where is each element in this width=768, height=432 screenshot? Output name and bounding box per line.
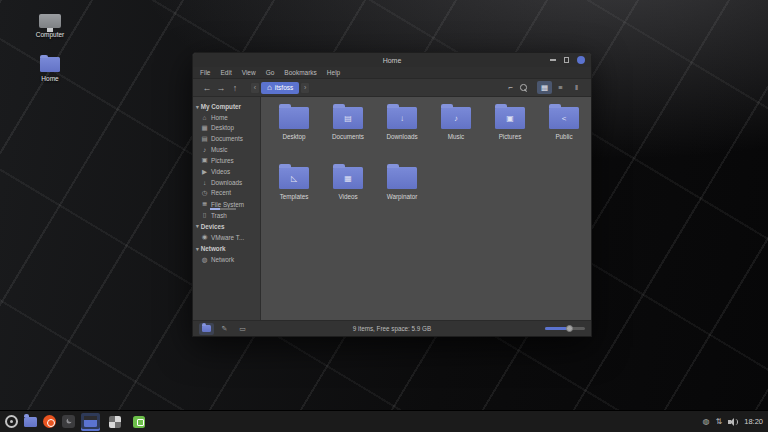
search-icon[interactable]: [520, 84, 527, 91]
sidebar-item-videos[interactable]: ▶ Videos: [193, 166, 260, 177]
file-list: Desktop ▤ Documents ↓ Downloads ♪ Music …: [261, 97, 591, 320]
folder-videos[interactable]: ▦ Videos: [321, 163, 375, 223]
open-terminal-icon[interactable]: ⌐: [508, 83, 513, 92]
grid-view-button[interactable]: ▦: [537, 81, 552, 94]
update-manager-icon[interactable]: ◍: [703, 418, 710, 426]
menu-help[interactable]: Help: [327, 69, 340, 76]
folder-icon: [279, 107, 309, 129]
folder-warpinator[interactable]: Warpinator: [375, 163, 429, 223]
desktop-icon-computer[interactable]: Computer: [24, 8, 76, 38]
folder-pictures[interactable]: ▣ Pictures: [483, 103, 537, 163]
folder-music[interactable]: ♪ Music: [429, 103, 483, 163]
sidebar-section-label: Devices: [201, 223, 225, 230]
sidebar-item-label: Desktop: [211, 124, 234, 131]
zoom-slider-fill: [545, 327, 567, 330]
folder-desktop[interactable]: Desktop: [267, 103, 321, 163]
window-button-file-manager[interactable]: [81, 413, 100, 431]
sidebar: ▾ My Computer ⌂ Home ▦ Desktop ▤ Documen…: [193, 97, 261, 320]
sidebar-item-home[interactable]: ⌂ Home: [193, 112, 260, 122]
folder-emblem: [387, 167, 417, 189]
folder-documents[interactable]: ▤ Documents: [321, 103, 375, 163]
breadcrumb-current-button[interactable]: ⌂ itsfoss: [261, 82, 299, 94]
menubar: File Edit View Go Bookmarks Help: [193, 67, 591, 79]
window-title: Home: [383, 57, 402, 64]
breadcrumb: ‹ ⌂ itsfoss ›: [250, 82, 310, 94]
forward-button[interactable]: →: [214, 83, 228, 93]
folder-icon: ▣: [495, 107, 525, 129]
desktop-icon-computer-label: Computer: [24, 31, 76, 38]
taskbar: ◍ ⇅ 18:20: [0, 410, 768, 432]
sidebar-item-file-system[interactable]: ≣ File System: [193, 199, 260, 210]
folder-label: Public: [555, 133, 572, 140]
sidebar-item-trash[interactable]: ▯ Trash: [193, 210, 260, 221]
compact-view-button[interactable]: ‖: [569, 81, 584, 94]
sidebar-item-vmware[interactable]: ◉ VMware T...: [193, 232, 260, 243]
folder-label: Templates: [280, 193, 309, 200]
home-icon: ⌂: [201, 114, 208, 121]
breadcrumb-prev-button[interactable]: ‹: [250, 82, 260, 94]
window-button-green-app[interactable]: [130, 413, 148, 431]
sidebar-item-pictures[interactable]: ▣ Pictures: [193, 155, 260, 166]
documents-icon: ▤: [201, 135, 208, 143]
minimize-button[interactable]: [550, 59, 556, 61]
desktop-icon: ▦: [201, 124, 208, 132]
folder-icon: ◺: [279, 167, 309, 189]
sidebar-section-devices[interactable]: ▾ Devices: [193, 221, 260, 232]
folder-public[interactable]: < Public: [537, 103, 591, 163]
menu-bookmarks[interactable]: Bookmarks: [284, 69, 317, 76]
menu-go[interactable]: Go: [266, 69, 275, 76]
zoom-slider-handle[interactable]: [566, 325, 573, 332]
clock[interactable]: 18:20: [744, 417, 763, 426]
menu-edit[interactable]: Edit: [220, 69, 231, 76]
sidebar-item-downloads[interactable]: ↓ Downloads: [193, 177, 260, 187]
up-button[interactable]: ↑: [228, 83, 242, 93]
screenshot-app-icon: [109, 416, 121, 428]
sidebar-item-label: Trash: [211, 212, 227, 219]
sidebar-item-documents[interactable]: ▤ Documents: [193, 133, 260, 144]
close-button[interactable]: [577, 56, 585, 64]
view-toggle-group: ▦ ≡ ‖: [537, 81, 584, 94]
music-note-icon: ♪: [201, 146, 208, 153]
toolbar: ← → ↑ ‹ ⌂ itsfoss › ⌐ ▦ ≡ ‖: [193, 79, 591, 97]
clock-icon: ◷: [201, 189, 208, 197]
menu-button[interactable]: [5, 415, 18, 428]
folder-icon: ↓: [387, 107, 417, 129]
sidebar-section-my-computer[interactable]: ▾ My Computer: [193, 101, 260, 112]
window-button-screenshot[interactable]: [106, 413, 124, 431]
zoom-slider[interactable]: [545, 327, 585, 330]
folder-templates[interactable]: ◺ Templates: [267, 163, 321, 223]
sidebar-item-music[interactable]: ♪ Music: [193, 145, 260, 155]
chevron-down-icon: ▾: [196, 246, 199, 252]
files-launcher[interactable]: [24, 417, 37, 427]
titlebar[interactable]: Home: [193, 53, 591, 67]
menu-file[interactable]: File: [200, 69, 210, 76]
trash-icon: ▯: [201, 211, 208, 219]
document-emblem-icon: ▤: [333, 107, 363, 129]
sidebar-item-label: Music: [211, 146, 227, 153]
sidebar-item-recent[interactable]: ◷ Recent: [193, 187, 260, 198]
sidebar-item-desktop[interactable]: ▦ Desktop: [193, 122, 260, 133]
network-icon[interactable]: ⇅: [716, 418, 723, 426]
app-launcher[interactable]: [62, 415, 75, 428]
list-view-button[interactable]: ≡: [553, 81, 568, 94]
sidebar-item-label: Pictures: [211, 157, 234, 164]
sidebar-item-label: Recent: [211, 189, 231, 196]
share-emblem-icon: <: [549, 107, 579, 129]
file-manager-icon: [84, 416, 97, 427]
breadcrumb-next-button[interactable]: ›: [300, 82, 310, 94]
desktop-icon-home-label: Home: [24, 75, 76, 82]
download-emblem-icon: ↓: [387, 107, 417, 129]
home-icon: ⌂: [267, 84, 272, 92]
folder-downloads[interactable]: ↓ Downloads: [375, 103, 429, 163]
back-button[interactable]: ←: [200, 83, 214, 93]
sidebar-item-network[interactable]: ◍ Network: [193, 254, 260, 265]
sidebar-section-network[interactable]: ▾ Network: [193, 243, 260, 254]
maximize-button[interactable]: [564, 57, 570, 63]
ubuntu-launcher[interactable]: [43, 415, 56, 428]
video-emblem-icon: ▦: [333, 167, 363, 189]
breadcrumb-current-label: itsfoss: [275, 84, 293, 91]
desktop-icon-home[interactable]: Home: [24, 52, 76, 82]
menu-view[interactable]: View: [242, 69, 256, 76]
volume-icon[interactable]: [728, 417, 738, 426]
folder-label: Downloads: [386, 133, 417, 140]
